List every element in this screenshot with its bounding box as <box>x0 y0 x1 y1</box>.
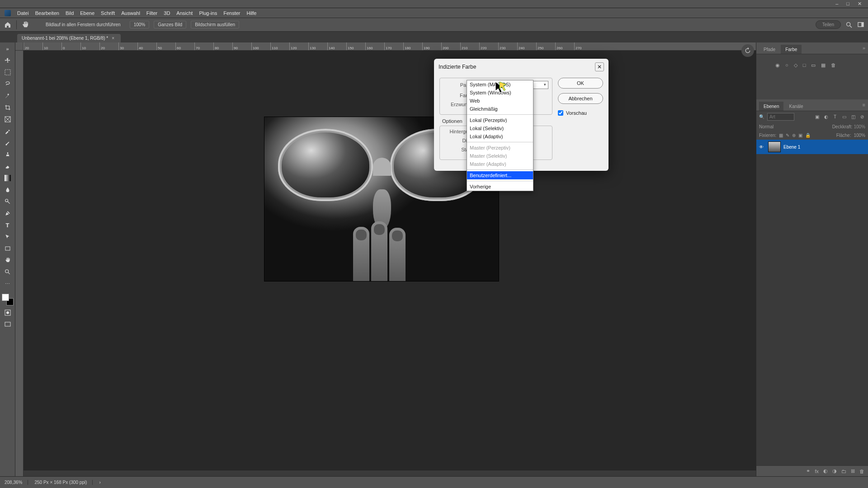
lock-position-icon[interactable]: ⊕ <box>792 133 796 138</box>
hand-tool-icon[interactable] <box>21 21 29 29</box>
filter-type-icon[interactable]: T <box>832 114 838 120</box>
layer-filter-search-icon[interactable]: 🔍 <box>759 114 764 119</box>
tab-pfade[interactable]: Pfade <box>759 45 780 54</box>
palette-option-local-selective[interactable]: Lokal (Selektiv) <box>467 124 533 132</box>
menu-ansicht[interactable]: Ansicht <box>176 10 193 16</box>
menu-fenster[interactable]: Fenster <box>223 10 240 16</box>
menu-filter[interactable]: Filter <box>146 10 157 16</box>
canvas-area[interactable]: 2010010203040506070809010011012013014015… <box>15 42 756 476</box>
trash-icon[interactable]: 🗑 <box>831 62 836 68</box>
link-layers-icon[interactable]: ⚭ <box>806 468 810 474</box>
eyedropper-tool[interactable] <box>3 127 12 136</box>
menu-bearbeiten[interactable]: Bearbeiten <box>35 10 59 16</box>
move-tool[interactable] <box>3 56 12 65</box>
horizontal-scrollbar[interactable] <box>24 470 756 476</box>
adjustment-layer-icon[interactable]: ◑ <box>832 468 837 474</box>
palette-option-web[interactable]: Web <box>467 97 533 105</box>
filter-adjust-icon[interactable]: ◐ <box>823 114 829 120</box>
screen-mode-toggle[interactable] <box>3 320 12 329</box>
fill-value[interactable]: 100% <box>854 133 865 138</box>
zoom-tool[interactable] <box>3 267 12 277</box>
status-zoom[interactable]: 208,36% <box>5 480 28 485</box>
document-tab-close[interactable]: × <box>112 36 114 41</box>
window-close[interactable]: ✕ <box>858 1 862 7</box>
status-chevron-icon[interactable]: › <box>99 480 100 485</box>
layer-filter-input[interactable] <box>767 113 794 121</box>
hue-grid-icon[interactable]: ▦ <box>821 62 826 68</box>
crop-tool[interactable] <box>3 103 12 112</box>
lock-all-icon[interactable]: 🔒 <box>805 133 811 138</box>
pen-tool[interactable] <box>3 209 12 218</box>
layer-mask-icon[interactable]: ◐ <box>823 468 828 474</box>
tab-farbe[interactable]: Farbe <box>781 45 802 54</box>
lasso-tool[interactable] <box>3 80 12 89</box>
group-layers-icon[interactable]: 🗀 <box>841 469 846 474</box>
window-minimize[interactable]: – <box>835 1 838 7</box>
delete-layer-icon[interactable]: 🗑 <box>859 469 864 474</box>
layer-visibility-icon[interactable]: 👁 <box>759 145 765 150</box>
menu-schrift[interactable]: Schrift <box>101 10 115 16</box>
clone-stamp-tool[interactable] <box>3 150 12 159</box>
dialog-close-button[interactable]: ✕ <box>595 62 604 71</box>
palette-option-local-adaptive[interactable]: Lokal (Adaptiv) <box>467 132 533 141</box>
brush-tool[interactable] <box>3 138 12 147</box>
filter-image-icon[interactable]: ▣ <box>814 114 820 120</box>
filter-toggle-icon[interactable]: ⊘ <box>859 114 865 120</box>
blur-tool[interactable] <box>3 185 12 194</box>
lock-pixels-icon[interactable]: ▦ <box>779 133 783 138</box>
hue-square-icon[interactable]: □ <box>803 62 806 68</box>
menu-3d[interactable]: 3D <box>164 10 170 16</box>
hue-cube-icon[interactable]: ◉ <box>775 62 780 68</box>
menu-ebene[interactable]: Ebene <box>80 10 94 16</box>
gradient-tool[interactable] <box>3 174 12 183</box>
palette-option-mac[interactable]: System (MAC OS) <box>467 80 533 89</box>
palette-option-local-perceptual[interactable]: Lokal (Perzeptiv) <box>467 116 533 124</box>
path-select-tool[interactable] <box>3 232 12 241</box>
hue-circle-icon[interactable]: ○ <box>785 62 788 68</box>
ok-button[interactable]: OK <box>558 78 603 89</box>
status-doc-dims[interactable]: 250 Px × 168 Px (300 ppi) <box>34 480 93 485</box>
window-maximize[interactable]: □ <box>846 1 849 7</box>
search-icon[interactable] <box>845 21 853 28</box>
cancel-button[interactable]: Abbrechen <box>558 93 603 104</box>
share-button[interactable]: Teilen <box>816 20 841 29</box>
fill-screen-button[interactable]: Bildschirm ausfüllen <box>191 21 239 28</box>
document-tab[interactable]: Unbenannt-1 bei 208% (Ebene 1, RGB/8) * … <box>17 34 121 42</box>
color-swatches[interactable] <box>2 294 14 305</box>
preview-checkbox[interactable] <box>558 110 563 116</box>
palette-option-uniform[interactable]: Gleichmäßig <box>467 105 533 113</box>
home-icon[interactable] <box>4 21 12 28</box>
opacity-value[interactable]: 100% <box>854 124 865 129</box>
lock-artboard-icon[interactable]: ▣ <box>798 133 802 138</box>
collapse-tools[interactable]: » <box>3 44 12 53</box>
filter-shape-icon[interactable]: ▭ <box>841 114 847 120</box>
type-tool[interactable]: T <box>3 221 12 230</box>
palette-option-previous[interactable]: Vorherige <box>467 183 533 191</box>
marquee-tool[interactable] <box>3 68 12 77</box>
menu-hilfe[interactable]: Hilfe <box>246 10 256 16</box>
new-layer-icon[interactable]: ⊞ <box>851 468 855 474</box>
hue-rect-icon[interactable]: ▭ <box>811 62 816 68</box>
menu-datei[interactable]: Datei <box>17 10 29 16</box>
tab-kanaele[interactable]: Kanäle <box>784 102 807 111</box>
rectangle-tool[interactable] <box>3 244 12 253</box>
menu-auswahl[interactable]: Auswahl <box>121 10 140 16</box>
quick-mask-toggle[interactable] <box>3 308 12 317</box>
menu-plugins[interactable]: Plug-ins <box>199 10 217 16</box>
fit-screen-button[interactable]: Ganzes Bild <box>154 21 186 28</box>
lock-brush-icon[interactable]: ✎ <box>786 133 789 138</box>
history-panel-icon[interactable] <box>741 44 754 57</box>
dodge-tool[interactable] <box>3 197 12 206</box>
filter-smart-icon[interactable]: ◫ <box>850 114 856 120</box>
edit-toolbar[interactable]: ⋯ <box>3 279 12 288</box>
frame-tool[interactable] <box>3 115 12 124</box>
tab-ebenen[interactable]: Ebenen <box>759 102 783 111</box>
workspace-icon[interactable] <box>857 21 864 28</box>
layer-thumbnail[interactable] <box>768 141 781 152</box>
panel-collapse-icon[interactable]: » <box>863 45 865 51</box>
scroll-all-checkbox-label[interactable]: Bildlauf in allen Fenstern durchführen <box>41 21 125 28</box>
zoom-100-button[interactable]: 100% <box>130 21 150 28</box>
menu-bild[interactable]: Bild <box>66 10 74 16</box>
hand-tool[interactable] <box>3 256 12 265</box>
palette-option-custom[interactable]: Benutzerdefiniert... <box>467 171 533 179</box>
